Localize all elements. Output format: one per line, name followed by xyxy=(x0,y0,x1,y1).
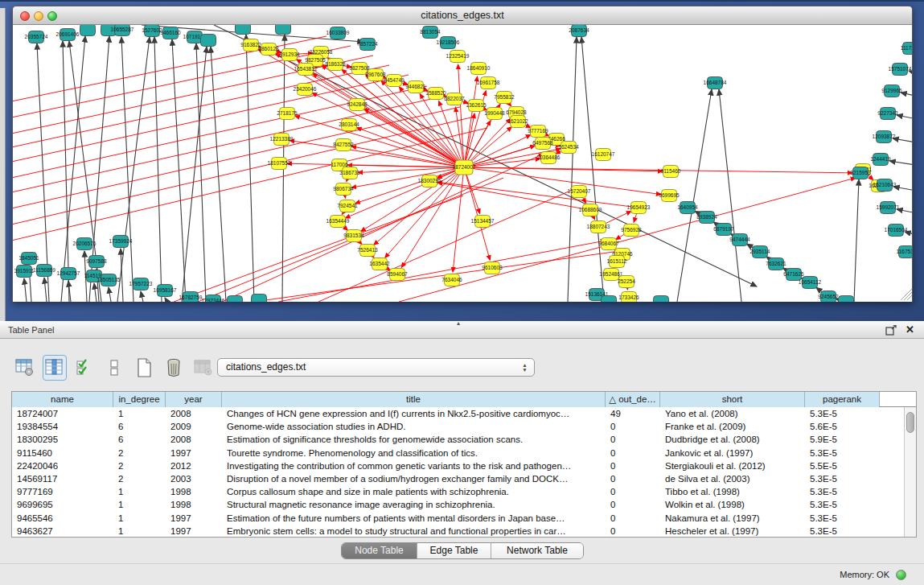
graph-node-label: 12213389 xyxy=(270,136,294,142)
memory-status-icon[interactable] xyxy=(896,570,906,580)
graph-node[interactable] xyxy=(201,35,216,47)
table-cell: 14569117 xyxy=(12,472,113,485)
table-cell: 2 xyxy=(113,472,166,485)
show-column-button[interactable] xyxy=(43,355,67,381)
graph-node-label: 9242848 xyxy=(347,101,368,107)
graph-node-label: 6471626 xyxy=(783,271,804,277)
vertical-scrollbar[interactable] xyxy=(904,407,916,537)
graph-node[interactable] xyxy=(236,25,251,35)
graph-node-label: 9684067 xyxy=(598,241,619,246)
graph-node-label: 19524861 xyxy=(600,271,623,277)
table-panel-title: Table Panel xyxy=(8,322,55,339)
graph-node-label: 2803144 xyxy=(339,122,359,127)
graph-node-label: 7632621 xyxy=(766,261,786,266)
table-cell: 2 xyxy=(113,447,166,459)
graph-node-label: 1733426 xyxy=(618,295,639,300)
graph-node[interactable] xyxy=(654,296,669,303)
column-header-pagerank[interactable]: pagerank xyxy=(805,392,880,407)
column-header-name[interactable]: name xyxy=(12,392,113,407)
graph-node-label: 2935114 xyxy=(750,249,770,254)
table-row[interactable]: 1938455462009Genome-wide association stu… xyxy=(12,420,916,433)
graph-node-label: 8427552 xyxy=(333,142,354,147)
tab-edge-table[interactable]: Edge Table xyxy=(417,543,491,558)
select-rows-button[interactable] xyxy=(72,355,97,381)
graph-node[interactable] xyxy=(228,296,243,303)
graph-node-label: 20206576 xyxy=(73,241,97,246)
graph-node-label: 6497568 xyxy=(532,140,553,146)
graph-node[interactable] xyxy=(602,296,617,303)
float-panel-icon[interactable] xyxy=(885,325,897,336)
column-header-in_degree[interactable]: in_degree xyxy=(113,392,166,407)
splitter-grip-icon[interactable]: ▴ xyxy=(457,319,460,327)
graph-node[interactable] xyxy=(276,25,291,35)
table-row[interactable]: 2242004622012Investigating the contribut… xyxy=(12,459,916,472)
table-mode-button[interactable] xyxy=(13,355,37,381)
window-titlebar[interactable]: citations_edges.txt xyxy=(13,6,912,25)
tab-node-table[interactable]: Node Table xyxy=(342,543,417,558)
table-cell: 2008 xyxy=(166,407,222,420)
table-select-value: citations_edges.txt xyxy=(226,359,306,376)
table-header-row: namein_degreeyeartitle△ out_de…shortpage… xyxy=(12,392,916,407)
graph-node-label: 7924541 xyxy=(337,203,358,208)
graph-node-label: 1588520 xyxy=(425,90,446,96)
table-cell: 5.3E-5 xyxy=(805,472,880,485)
table-row[interactable]: 1456911722003Disruption of a novel membe… xyxy=(12,472,916,485)
graph-node-label: 9806734 xyxy=(333,186,354,192)
table-row[interactable]: 1830029562008Estimation of significance … xyxy=(12,433,916,446)
table-cell: Nakamura et al. (1997) xyxy=(660,512,805,525)
network-window[interactable]: citations_edges.txt 18724007916382288601… xyxy=(12,6,913,302)
table-cell: 1 xyxy=(113,512,166,525)
graph-node-label: 16033809 xyxy=(326,30,350,35)
table-cell: 0 xyxy=(606,472,660,485)
graph-node-label: 9831534 xyxy=(343,233,364,238)
graph-node-label: 8594067 xyxy=(387,271,408,277)
graph-node-label: 23420046 xyxy=(294,86,317,92)
graph-node-label: 7634046 xyxy=(441,277,462,282)
dropdown-stepper-icon: ▲▼ xyxy=(520,360,529,374)
graph-node-label: 9097588 xyxy=(86,258,107,264)
scrollbar-thumb[interactable] xyxy=(906,412,914,433)
delete-table-button[interactable] xyxy=(191,355,216,381)
new-column-button[interactable] xyxy=(132,355,156,381)
delete-column-button[interactable] xyxy=(162,355,186,381)
graph-node-label: 3186731 xyxy=(339,170,360,175)
column-header-short[interactable]: short xyxy=(660,392,805,407)
graph-node-label: 18640910 xyxy=(467,65,491,71)
column-header-out_de[interactable]: △ out_de… xyxy=(606,392,660,407)
table-cell: 9699695 xyxy=(12,498,113,511)
graph-node-label: 15134457 xyxy=(471,218,495,224)
close-panel-icon[interactable]: ✕ xyxy=(906,323,914,336)
table-row[interactable]: 1872400712008Changes of HCN gene express… xyxy=(12,407,916,420)
graph-node-label: 8186328 xyxy=(325,61,346,67)
graph-node-label: 1527602 xyxy=(142,27,162,33)
table-cell: 0 xyxy=(606,433,660,446)
column-header-year[interactable]: year xyxy=(166,392,222,407)
network-view[interactable]: 1872400791638228860128891293423226058982… xyxy=(13,25,912,302)
row-height-button[interactable] xyxy=(102,355,126,381)
tab-network-table[interactable]: Network Table xyxy=(491,543,583,558)
graph-node-label: 1615112 xyxy=(607,258,627,264)
table-row[interactable]: 969969511998Structural magnetic resonanc… xyxy=(12,498,916,511)
graph-node[interactable] xyxy=(252,295,267,303)
table-row[interactable]: 911546021997Tourette syndrome. Phenomeno… xyxy=(12,447,916,459)
table-select-dropdown[interactable]: citations_edges.txt ▲▼ xyxy=(217,358,535,377)
graph-node[interactable] xyxy=(80,25,96,36)
table-cell: Embryonic stem cells: a model to study s… xyxy=(222,525,606,538)
graph-node-label: 6794028 xyxy=(506,109,527,115)
graph-node-label: 1640954 xyxy=(677,204,698,210)
graph-node-label: 17016504 xyxy=(885,227,908,233)
table-cell: 1 xyxy=(113,498,166,511)
table-cell: 1997 xyxy=(166,447,222,459)
column-header-title[interactable]: title xyxy=(222,392,606,407)
graph-node-label: 8860128 xyxy=(258,46,279,51)
table-cell: 5.3E-5 xyxy=(805,498,880,511)
table-row[interactable]: 977716911998Corpus callosum shape and si… xyxy=(12,485,916,498)
node-table: namein_degreeyeartitle△ out_de…shortpage… xyxy=(11,391,917,538)
table-row[interactable]: 946554611997Estimation of the future num… xyxy=(12,512,916,525)
table-row[interactable]: 946362711997Embryonic stem cells: a mode… xyxy=(12,525,916,538)
graph-node[interactable] xyxy=(839,296,854,303)
graph-node-label: 20691406 xyxy=(56,31,80,37)
table-cell: 0 xyxy=(606,498,660,511)
graph-node-label: 10654112 xyxy=(799,279,822,285)
graph-node-label: 17359924 xyxy=(109,238,133,244)
